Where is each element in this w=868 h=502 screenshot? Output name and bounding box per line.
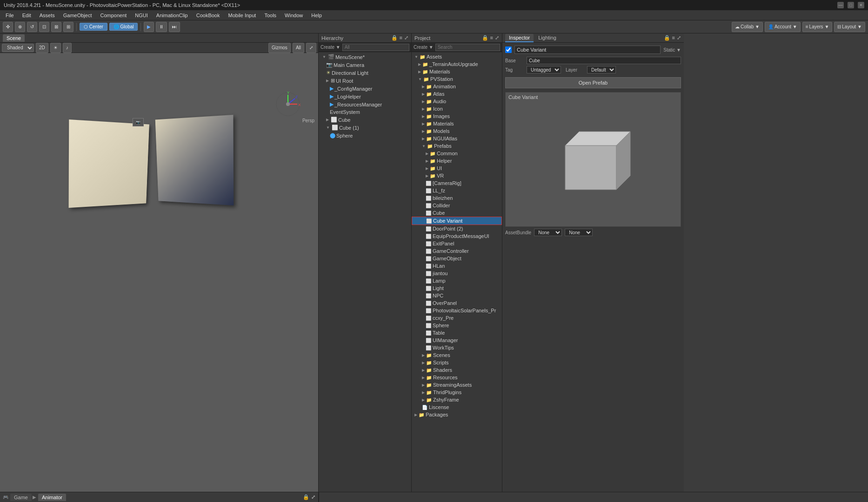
project-vr[interactable]: ▶ 📁 VR — [412, 172, 502, 179]
project-audio[interactable]: ▶ 📁 Audio — [412, 98, 502, 105]
project-streamingassets[interactable]: ▶ 📁 StreamingAssets — [412, 381, 502, 389]
project-materials[interactable]: ▶ 📁 Materials — [412, 68, 502, 75]
project-shaders[interactable]: ▶ 📁 Shaders — [412, 366, 502, 374]
object-name-input[interactable] — [514, 46, 661, 54]
project-scripts[interactable]: ▶ 📁 Scripts — [412, 359, 502, 366]
project-worktips[interactable]: ⬜ WorkTips — [412, 344, 502, 351]
search-input-scene[interactable]: All — [293, 43, 304, 53]
menu-component[interactable]: Component — [96, 12, 130, 19]
hierarchy-resize[interactable]: ⤢ — [404, 35, 408, 41]
scene-light-button[interactable]: ☀ — [50, 43, 61, 53]
project-scenes[interactable]: ▶ 📁 Scenes — [412, 351, 502, 359]
open-prefab-button[interactable]: Open Prefab — [505, 77, 681, 88]
project-uimanager[interactable]: ⬜ UIManager — [412, 337, 502, 344]
project-models[interactable]: ▶ 📁 Models — [412, 127, 502, 135]
project-images[interactable]: ▶ 📁 Images — [412, 112, 502, 120]
menu-ngui[interactable]: NGUI — [131, 12, 152, 19]
project-bileizhen[interactable]: ⬜ bileizhen — [412, 194, 502, 202]
project-jiantou[interactable]: ⬜ jiantou — [412, 270, 502, 277]
menu-mobileinput[interactable]: Mobile Input — [224, 12, 260, 19]
hierarchy-item-eventsys[interactable]: EventSystem — [319, 108, 411, 116]
base-value-input[interactable] — [527, 57, 681, 64]
inspector-tab[interactable]: Inspector — [505, 34, 534, 42]
hierarchy-item-resmgr[interactable]: ▶ _ResourcesManager — [319, 100, 411, 108]
scene-tab[interactable]: Scene — [3, 34, 25, 42]
account-button[interactable]: 👤 Account ▼ — [765, 22, 801, 32]
inspector-lock[interactable]: 🔒 — [664, 35, 670, 41]
step-button[interactable]: ⏭ — [169, 22, 180, 32]
project-icon[interactable]: ▶ 📁 Icon — [412, 105, 502, 112]
hierarchy-item-cube1[interactable]: ▼ ⬜ Cube (1) — [319, 124, 411, 132]
tool-hand[interactable]: ✜ — [3, 22, 13, 32]
project-doorpoint[interactable]: ⬜ DoorPoint (2) — [412, 225, 502, 232]
animator-lock[interactable]: 🔒 — [303, 494, 309, 500]
hierarchy-create-btn[interactable]: Create ▼ — [320, 45, 341, 50]
project-search-input[interactable] — [435, 44, 500, 51]
scene-resize[interactable]: ⤢ — [306, 43, 316, 53]
hierarchy-item-maincamera[interactable]: 📷 Main Camera — [319, 61, 411, 69]
close-button[interactable]: ✕ — [858, 2, 864, 8]
play-button[interactable]: ▶ — [144, 22, 154, 32]
project-ccxy[interactable]: ⬜ ccxy_Pre — [412, 314, 502, 322]
project-camerarig[interactable]: ⬜ [CameraRig] — [412, 179, 502, 187]
project-hlan[interactable]: ⬜ HLan — [412, 262, 502, 270]
hierarchy-item-uiroot[interactable]: ▶ ⊞ UI Root — [319, 77, 411, 85]
menu-animationclip[interactable]: AnimationClip — [153, 12, 192, 19]
tool-rect[interactable]: ⊠ — [51, 22, 61, 32]
tool-scale[interactable]: ⊡ — [39, 22, 49, 32]
shading-dropdown[interactable]: Shaded — [2, 44, 34, 52]
project-lock[interactable]: 🔒 — [482, 35, 488, 41]
menu-edit[interactable]: Edit — [19, 12, 35, 19]
project-terrain[interactable]: ▶ 📁 _TerrainAutoUpgrade — [412, 60, 502, 68]
space-button[interactable]: 🌐 Global — [109, 23, 138, 31]
hierarchy-item-dirlight[interactable]: ☀ Directional Light — [319, 69, 411, 77]
project-overpanel[interactable]: ⬜ OverPanel — [412, 299, 502, 307]
project-lamp[interactable]: ⬜ Lamp — [412, 277, 502, 284]
inspector-resize[interactable]: ⤢ — [677, 35, 681, 41]
project-cube-variant[interactable]: ⬜ Cube Variant → — [412, 217, 502, 225]
animator-tab[interactable]: Animator — [38, 494, 66, 501]
layer-dropdown[interactable]: Default — [587, 66, 616, 73]
project-resize[interactable]: ⤢ — [495, 35, 499, 41]
project-photovoltaic[interactable]: ⬜ PhotovoltaicSolarPanels_Pr — [412, 307, 502, 314]
menu-assets[interactable]: Assets — [36, 12, 59, 19]
project-pvstation[interactable]: ▼ 📁 PVStation — [412, 75, 502, 83]
hierarchy-search-input[interactable] — [342, 44, 409, 51]
hierarchy-lock[interactable]: 🔒 — [391, 35, 398, 41]
asset-bundle-variant-dropdown[interactable]: None — [565, 229, 593, 236]
lighting-tab[interactable]: Lighting — [534, 34, 560, 42]
project-materials2[interactable]: ▶ 📁 Materials — [412, 120, 502, 127]
tool-move[interactable]: ⊕ — [15, 22, 25, 32]
project-packages[interactable]: ▶ 📁 Packages — [412, 411, 502, 418]
project-atlas[interactable]: ▶ 📁 Atlas — [412, 90, 502, 98]
hierarchy-menu[interactable]: ≡ — [400, 35, 402, 41]
project-helper[interactable]: ▶ 📁 Helper — [412, 157, 502, 165]
collab-button[interactable]: ☁ Collab ▼ — [732, 22, 763, 32]
project-llfz[interactable]: ⬜ LL_fz — [412, 187, 502, 194]
project-prefabs[interactable]: ▼ 📁 Prefabs — [412, 142, 502, 150]
project-ui[interactable]: ▶ 📁 UI — [412, 165, 502, 172]
project-assets[interactable]: ▼ 📁 Assets — [412, 53, 502, 60]
maximize-button[interactable]: □ — [848, 2, 854, 8]
minimize-button[interactable]: — — [837, 2, 844, 8]
game-tab[interactable]: Game — [10, 494, 32, 501]
project-common[interactable]: ▶ 📁 Common — [412, 150, 502, 157]
asset-bundle-dropdown[interactable]: None — [534, 229, 562, 236]
project-npc[interactable]: ⬜ NPC — [412, 292, 502, 299]
menu-help[interactable]: Help — [307, 12, 326, 19]
project-exitpanel[interactable]: ⬜ ExitPanel — [412, 240, 502, 247]
tool-transform[interactable]: ⊞ — [63, 22, 73, 32]
project-light[interactable]: ⬜ Light — [412, 284, 502, 292]
project-create-btn[interactable]: Create ▼ — [414, 45, 434, 50]
hierarchy-item-loghelper[interactable]: ▶ _LogHelper — [319, 92, 411, 100]
inspector-menu[interactable]: ≡ — [672, 35, 675, 41]
project-sphere[interactable]: ⬜ Sphere — [412, 322, 502, 329]
tool-rotate[interactable]: ↺ — [27, 22, 37, 32]
project-cube-prefab[interactable]: ⬜ Cube — [412, 209, 502, 217]
menu-cookbook[interactable]: CookBook — [193, 12, 224, 19]
menu-gameobject[interactable]: GameObject — [60, 12, 96, 19]
layers-button[interactable]: ≡ Layers ▼ — [802, 22, 833, 32]
hierarchy-item-sphere[interactable]: ⬤ Sphere — [319, 132, 411, 139]
layout-button[interactable]: ⊟ Layout ▼ — [834, 22, 865, 32]
pivot-button[interactable]: ⬡ Center — [80, 23, 107, 31]
